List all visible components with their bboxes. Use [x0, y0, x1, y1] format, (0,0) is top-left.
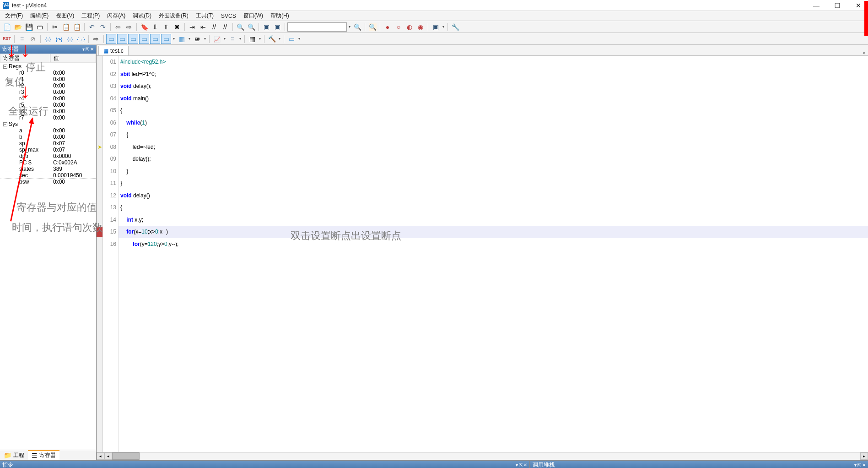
- code-line[interactable]: delay();: [119, 153, 868, 165]
- breakpoint-marker[interactable]: [97, 56, 102, 68]
- find-combo[interactable]: [287, 22, 347, 32]
- register-row[interactable]: PC $C:0x002A: [0, 159, 96, 166]
- find-button[interactable]: [246, 22, 256, 32]
- code-view[interactable]: 双击设置断点出设置断点 01020304050607➤0809101112131…: [97, 56, 868, 452]
- redo-button[interactable]: [98, 22, 108, 32]
- trace-window-dropdown[interactable]: ▾: [238, 37, 242, 41]
- code-line[interactable]: void delay();: [119, 80, 868, 93]
- code-line[interactable]: void main(): [119, 93, 868, 105]
- serial-window-button[interactable]: [192, 34, 202, 44]
- analysis-window-button[interactable]: [212, 34, 222, 44]
- panel-close-button[interactable]: ✕: [90, 47, 94, 52]
- register-row[interactable]: r60x00: [0, 108, 96, 114]
- menu-edit[interactable]: 编辑(E): [27, 11, 52, 21]
- comment-button[interactable]: //: [209, 22, 219, 32]
- panel-pin-button[interactable]: ⇱: [86, 47, 89, 52]
- configure-button[interactable]: [450, 22, 460, 32]
- code-line[interactable]: sbit led=P1^0;: [119, 68, 868, 81]
- run-to-cursor-button[interactable]: [76, 34, 86, 44]
- save-button[interactable]: [24, 22, 34, 32]
- breakpoint-gutter[interactable]: [97, 56, 103, 452]
- code-line[interactable]: led=~led;: [119, 141, 868, 153]
- maximize-button[interactable]: ❐: [830, 2, 844, 9]
- debug-printf2-button[interactable]: [272, 22, 282, 32]
- window-layout-dropdown[interactable]: ▾: [442, 25, 445, 29]
- serial-window-dropdown[interactable]: ▾: [203, 37, 207, 41]
- watch-window-dropdown[interactable]: ▾: [172, 37, 176, 41]
- toolbox-button[interactable]: [267, 34, 277, 44]
- register-row[interactable]: r70x00: [0, 114, 96, 121]
- undo-button[interactable]: [87, 22, 97, 32]
- breakpoint-marker[interactable]: [97, 104, 102, 117]
- debug-views-button[interactable]: [286, 34, 297, 44]
- code-line[interactable]: int x,y;: [119, 214, 868, 226]
- scroll-thumb[interactable]: [112, 452, 140, 460]
- step-into-button[interactable]: [43, 34, 53, 44]
- disassembly-window-button[interactable]: [117, 34, 127, 44]
- breakpoint-marker[interactable]: [97, 190, 102, 202]
- step-over-button[interactable]: [54, 34, 64, 44]
- run-button[interactable]: [17, 34, 27, 44]
- register-row[interactable]: sp_max0x07: [0, 147, 96, 153]
- new-file-button[interactable]: [2, 22, 12, 32]
- menu-window[interactable]: 窗口(W): [240, 11, 266, 21]
- code-line[interactable]: {: [119, 104, 868, 117]
- menu-project[interactable]: 工程(P): [78, 11, 103, 21]
- breakpoint-marker[interactable]: [97, 80, 102, 93]
- breakpoint-marker[interactable]: [97, 214, 102, 226]
- memory-window-button[interactable]: [177, 34, 187, 44]
- panel-close-button[interactable]: ✕: [523, 463, 527, 468]
- code-line[interactable]: for(y=120;y>0;y--);: [119, 238, 868, 250]
- code-line[interactable]: while(1): [119, 117, 868, 129]
- nav-forward-button[interactable]: [124, 22, 134, 32]
- code-line[interactable]: }: [119, 165, 868, 178]
- minimize-button[interactable]: —: [809, 2, 823, 9]
- menu-debug[interactable]: 调试(D): [129, 11, 155, 21]
- menu-view[interactable]: 视图(V): [53, 11, 77, 21]
- panel-dropdown-button[interactable]: ▾: [854, 463, 857, 468]
- panel-close-button[interactable]: ✕: [862, 463, 866, 468]
- system-viewer-dropdown[interactable]: ▾: [258, 37, 262, 41]
- breakpoint-marker[interactable]: [97, 227, 102, 237]
- bookmark-prev-button[interactable]: [161, 22, 171, 32]
- menu-peripherals[interactable]: 外围设备(R): [156, 11, 192, 21]
- cut-button[interactable]: [50, 22, 60, 32]
- panel-dropdown-button[interactable]: ▾: [516, 463, 518, 468]
- nav-back-button[interactable]: [113, 22, 123, 32]
- code-line[interactable]: {: [119, 129, 868, 141]
- window-layout-button[interactable]: [431, 22, 441, 32]
- memory-window-dropdown[interactable]: ▾: [188, 37, 191, 41]
- register-row[interactable]: r40x00: [0, 95, 96, 102]
- watch-window-button[interactable]: [161, 34, 171, 44]
- register-row[interactable]: psw0x00: [0, 179, 96, 185]
- tab-project[interactable]: 📁工程: [0, 450, 28, 460]
- debug-session-button[interactable]: [367, 22, 377, 32]
- tab-registers[interactable]: ☰寄存器: [28, 450, 59, 460]
- open-file-button[interactable]: [13, 22, 23, 32]
- stop-button[interactable]: [28, 34, 38, 44]
- file-tabs-dropdown[interactable]: ▾: [863, 51, 865, 55]
- register-group[interactable]: − Regs: [0, 63, 96, 70]
- analysis-window-dropdown[interactable]: ▾: [223, 37, 226, 41]
- register-row[interactable]: sp0x07: [0, 140, 96, 147]
- register-row[interactable]: states389: [0, 166, 96, 172]
- trace-window-button[interactable]: [227, 34, 237, 44]
- debug-printf-button[interactable]: [261, 22, 271, 32]
- show-next-statement-button[interactable]: ⇨: [91, 34, 101, 44]
- copy-button[interactable]: [61, 22, 71, 32]
- menu-flash[interactable]: 闪存(A): [104, 11, 129, 21]
- registers-col-value[interactable]: 值: [50, 54, 96, 63]
- panel-dropdown-button[interactable]: ▾: [82, 47, 85, 52]
- scroll-left-button[interactable]: ◂: [104, 452, 112, 460]
- scroll-right-button[interactable]: ▸: [860, 452, 868, 460]
- incremental-find-button[interactable]: [352, 22, 362, 32]
- register-row[interactable]: sec0.00019450: [0, 172, 96, 179]
- editor-hscroll[interactable]: ◂ ◂ ▸: [97, 452, 868, 460]
- bp-disable-button[interactable]: [394, 22, 404, 32]
- menu-help[interactable]: 帮助(H): [267, 11, 292, 21]
- registers-body[interactable]: − Regsr00x00r10x00r20x00r30x00r40x00r50x…: [0, 63, 96, 450]
- code-line[interactable]: {: [119, 201, 868, 214]
- panel-pin-button[interactable]: ⇱: [857, 463, 861, 468]
- code-line[interactable]: #include<reg52.h>: [119, 56, 868, 68]
- breakpoint-marker[interactable]: [97, 129, 102, 141]
